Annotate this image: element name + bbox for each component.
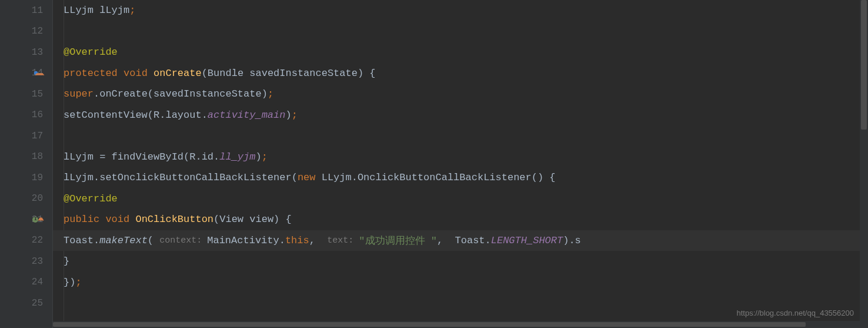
gutter-row[interactable]: 19 (0, 167, 52, 188)
token-field: activity_main (208, 110, 286, 121)
token-field: LENGTH_SHORT (491, 235, 563, 246)
token: .onCreate(savedInstanceState) (94, 88, 268, 100)
token: Toast. (64, 235, 99, 246)
code-editor: 11 12 13 14 15 16 17 18 19 20 21 22 23 2… (0, 0, 868, 328)
token: lLyjm = findViewById(R.id. (64, 151, 219, 163)
line-number: 11 (32, 5, 43, 16)
token-type: LLyjm (64, 5, 94, 16)
line-number: 16 (32, 110, 43, 120)
token: , Toast. (437, 235, 491, 246)
token-keyword: protected (64, 68, 123, 79)
token-method: onCreate (153, 68, 202, 79)
line-number: 20 (32, 193, 43, 204)
code-area[interactable]: LLyjm lLyjm; @Override protected void on… (53, 0, 868, 328)
token-method: OnClickButton (135, 214, 213, 225)
gutter-row[interactable]: 17 (0, 125, 52, 147)
gutter-row[interactable]: 23 (0, 251, 52, 272)
vertical-scrollbar[interactable] (860, 0, 868, 328)
code-line-current[interactable]: Toast.makeText( context: MainActivity.th… (53, 230, 868, 251)
token: MainActivity. (207, 235, 285, 246)
gutter-row[interactable]: 14 (0, 63, 52, 84)
code-line[interactable]: } (53, 251, 868, 272)
token-semi: ; (129, 5, 135, 16)
line-number: 19 (32, 173, 43, 183)
code-line[interactable]: lLyjm = findViewById(R.id.ll_yjm); (53, 147, 868, 168)
token-keyword: void (105, 214, 135, 225)
horizontal-scrollbar[interactable] (53, 321, 860, 328)
token-static-method: makeText (99, 235, 148, 246)
code-line[interactable]: }); (53, 272, 868, 293)
token: }) (64, 277, 75, 288)
gutter: 11 12 13 14 15 16 17 18 19 20 21 22 23 2… (0, 0, 53, 328)
token: (View view) { (213, 214, 292, 225)
token: , (309, 235, 328, 246)
gutter-row[interactable]: 21 (0, 209, 52, 230)
token-keyword: super (64, 88, 94, 100)
token: LLyjm.OnclickButtonCallBackListener() { (322, 172, 556, 183)
gutter-row[interactable]: 12 (0, 21, 52, 42)
gutter-row[interactable]: 15 (0, 84, 52, 105)
token-semi: ; (268, 88, 273, 100)
token-field: ll_yjm (219, 151, 255, 163)
vertical-scrollbar-thumb[interactable] (861, 0, 867, 130)
token-keyword: void (123, 68, 153, 79)
code-line[interactable] (53, 125, 868, 147)
token-semi: ; (292, 110, 298, 121)
token: lLyjm.setOnclickButtonCallBackListener( (64, 172, 298, 183)
gutter-row[interactable]: 11 (0, 0, 52, 21)
token-ident: lLyjm (94, 5, 129, 16)
line-number: 15 (32, 89, 43, 100)
token-annotation: @Override (64, 193, 118, 204)
code-line[interactable]: lLyjm.setOnclickButtonCallBackListener(n… (53, 167, 868, 188)
line-number: 23 (32, 256, 43, 267)
token: ).s (563, 235, 581, 246)
parameter-hint: text: (327, 236, 359, 246)
code-line[interactable]: LLyjm lLyjm; (53, 0, 868, 21)
gutter-row[interactable]: 18 (0, 147, 52, 168)
code-line[interactable]: public void OnClickButton(View view) { (53, 209, 868, 230)
token-semi: ; (75, 277, 81, 288)
override-method-icon[interactable] (32, 69, 39, 77)
token-annotation: @Override (64, 47, 118, 58)
line-number: 24 (32, 277, 43, 287)
token-semi: ; (262, 151, 268, 163)
token: ( (148, 235, 159, 246)
gutter-row[interactable]: 20 (0, 188, 52, 210)
code-line[interactable]: protected void onCreate(Bundle savedInst… (53, 63, 868, 84)
gutter-row[interactable]: 16 (0, 105, 52, 126)
token: ) (285, 110, 291, 121)
token: setContentView(R.layout. (64, 110, 208, 121)
watermark: https://blog.csdn.net/qq_43556200 (737, 309, 854, 317)
token: ) (255, 151, 261, 163)
implements-method-icon[interactable] (32, 217, 38, 223)
gutter-row[interactable]: 24 (0, 272, 52, 293)
token-keyword: public (64, 214, 105, 225)
line-number: 13 (32, 47, 43, 58)
code-line[interactable]: setContentView(R.layout.activity_main); (53, 105, 868, 126)
line-number: 18 (32, 151, 43, 162)
line-number: 22 (32, 235, 43, 246)
token-string: "成功调用控件 " (359, 234, 437, 247)
code-line[interactable] (53, 21, 868, 42)
parameter-hint: context: (159, 236, 207, 246)
token-keyword: this (285, 235, 309, 246)
token: } (64, 256, 69, 267)
gutter-row[interactable]: 22 (0, 230, 52, 251)
token-keyword: new (298, 172, 322, 183)
gutter-row[interactable]: 25 (0, 293, 52, 314)
token: (Bundle savedInstanceState) { (202, 68, 376, 79)
line-number: 17 (32, 131, 43, 141)
gutter-row[interactable]: 13 (0, 42, 52, 63)
code-line[interactable]: super.onCreate(savedInstanceState); (53, 84, 868, 105)
line-number: 12 (32, 26, 43, 37)
line-number: 25 (32, 298, 43, 309)
code-line[interactable]: @Override (53, 42, 868, 63)
horizontal-scrollbar-thumb[interactable] (53, 322, 806, 327)
code-line[interactable]: @Override (53, 188, 868, 210)
